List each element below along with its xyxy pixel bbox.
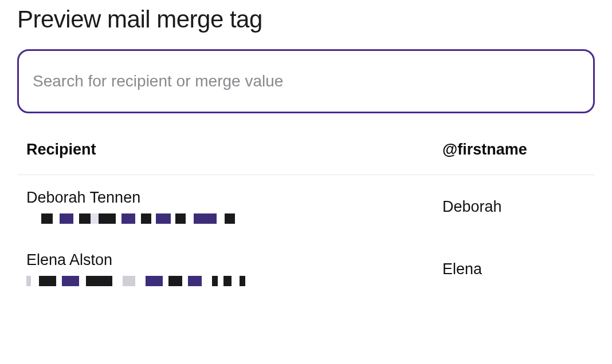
merge-value: Deborah [442,198,502,215]
table-row[interactable]: Elena Alston [17,238,595,300]
column-header-merge-tag: @firstname [442,141,527,158]
table-header-row: Recipient @firstname [17,141,595,175]
merge-preview-table: Recipient @firstname Deborah Tennen [17,141,595,300]
merge-value-cell: Deborah [442,198,586,216]
page-title: Preview mail merge tag [17,6,595,33]
merge-value: Elena [442,260,482,278]
recipient-name: Deborah Tennen [26,189,442,207]
column-header-recipient: Recipient [26,141,96,158]
recipient-cell: Elena Alston [26,251,442,287]
search-wrapper [17,49,595,113]
recipient-cell: Deborah Tennen [26,189,442,225]
recipient-email-redacted [26,212,442,225]
merge-value-cell: Elena [442,260,586,278]
recipient-name: Elena Alston [26,251,442,269]
recipient-email-redacted [26,275,442,287]
search-input[interactable] [17,49,595,113]
table-row[interactable]: Deborah Tennen [17,175,595,238]
